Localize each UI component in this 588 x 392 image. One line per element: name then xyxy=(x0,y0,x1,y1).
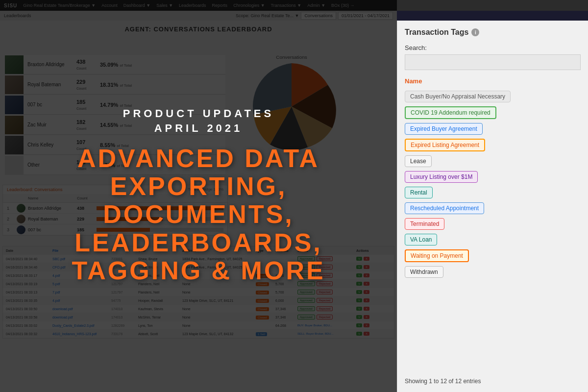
panel-title-text: Transaction Tags xyxy=(405,28,468,37)
transaction-tags-panel: Transaction Tags i Search: Name Cash Buy… xyxy=(397,21,588,392)
product-updates-overlay: PRODUCT UPDATES APRIL 2021 ADVANCED DATA… xyxy=(0,0,397,392)
search-label: Search: xyxy=(405,44,581,51)
headline-line1: ADVANCED DATA xyxy=(77,144,319,172)
tags-name-label: Name xyxy=(405,77,581,85)
tag-luxury[interactable]: Luxury Listing over $1M xyxy=(405,171,478,183)
panel-title: Transaction Tags i xyxy=(405,28,581,37)
tag-expired-listing[interactable]: Expired Listing Agreement xyxy=(405,139,485,151)
tag-va-loan[interactable]: VA Loan xyxy=(405,234,437,245)
info-icon[interactable]: i xyxy=(471,28,479,36)
overlay-label: PRODUCT UPDATES xyxy=(123,107,274,120)
headline-line2: EXPORTING, xyxy=(110,172,287,200)
headline-line5: TAGGING & MORE xyxy=(72,256,325,285)
tag-expired-buyer[interactable]: Expired Buyer Agreement xyxy=(405,123,483,135)
tag-rental[interactable]: Rental xyxy=(405,187,433,198)
tag-terminated[interactable]: Terminated xyxy=(405,218,444,230)
tag-cash-buyer[interactable]: Cash Buyer/No Appraisal Necessary xyxy=(405,91,511,102)
headline-line4: LEADERBOARDS, xyxy=(74,228,322,257)
overlay-headline: ADVANCED DATA EXPORTING, DOCUMENTS, LEAD… xyxy=(72,145,325,285)
tag-covid[interactable]: COVID 19 Addendum required xyxy=(405,106,496,119)
tag-waiting-payment[interactable]: Waiting on Payment xyxy=(405,249,469,262)
search-input[interactable] xyxy=(405,54,581,70)
tag-withdrawn[interactable]: Withdrawn xyxy=(405,266,443,278)
tag-rescheduled[interactable]: Rescheduled Appointment xyxy=(405,202,484,214)
tag-lease[interactable]: Lease xyxy=(405,155,432,167)
tags-footer: Showing 1 to 12 of 12 entries xyxy=(405,378,481,385)
overlay-date: APRIL 2021 xyxy=(154,122,243,135)
headline-line3: DOCUMENTS, xyxy=(103,200,294,228)
